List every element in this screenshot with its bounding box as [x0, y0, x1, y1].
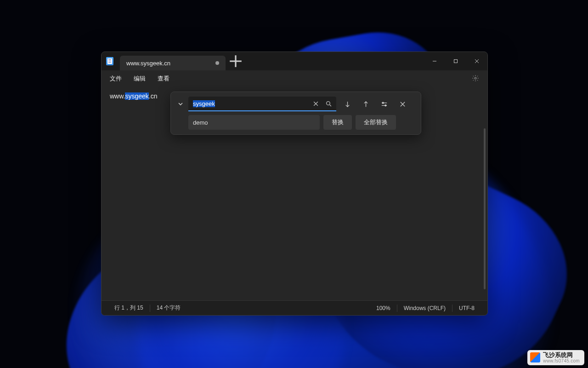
- svg-point-3: [382, 102, 384, 104]
- status-cursor: 行 1，列 15: [108, 304, 150, 312]
- find-replace-panel: 替换 全部替换: [170, 92, 421, 135]
- search-highlight: sysgeek: [125, 92, 148, 100]
- menu-edit[interactable]: 编辑: [134, 75, 146, 83]
- find-options-button[interactable]: [377, 97, 391, 111]
- status-eol[interactable]: Windows (CRLF): [397, 305, 452, 311]
- notepad-window: www.sysgeek.cn 文件 编辑 查看 www.sysgeek.cn: [101, 52, 488, 316]
- status-char-count: 14 个字符: [150, 304, 187, 312]
- menu-file[interactable]: 文件: [110, 75, 122, 83]
- document-tab[interactable]: www.sysgeek.cn: [120, 56, 226, 70]
- tab-title: www.sysgeek.cn: [126, 60, 170, 67]
- site-watermark: 飞沙系统网 www.fs0745.com: [527, 350, 584, 365]
- find-next-button[interactable]: [340, 97, 355, 111]
- notepad-app-icon: [106, 57, 113, 65]
- text-editor[interactable]: www.sysgeek.cn: [102, 87, 487, 300]
- close-button[interactable]: [466, 52, 487, 70]
- status-bar: 行 1，列 15 14 个字符 100% Windows (CRLF) UTF-…: [102, 300, 487, 315]
- close-find-button[interactable]: [395, 97, 410, 111]
- collapse-toggle[interactable]: [176, 101, 185, 107]
- watermark-logo-icon: [530, 352, 540, 362]
- replace-input[interactable]: [193, 119, 315, 126]
- menu-bar: 文件 编辑 查看: [102, 70, 487, 87]
- replace-all-button[interactable]: 全部替换: [356, 115, 396, 130]
- menu-view[interactable]: 查看: [158, 75, 170, 83]
- svg-point-2: [326, 101, 330, 105]
- find-prev-button[interactable]: [358, 97, 373, 111]
- svg-rect-0: [454, 60, 458, 63]
- settings-button[interactable]: [472, 75, 479, 83]
- replace-button[interactable]: 替换: [323, 115, 352, 130]
- vertical-scrollbar[interactable]: [484, 128, 486, 289]
- svg-point-1: [475, 77, 476, 79]
- minimize-button[interactable]: [424, 52, 445, 70]
- find-input[interactable]: [193, 100, 308, 107]
- titlebar[interactable]: www.sysgeek.cn: [102, 52, 487, 70]
- watermark-title: 飞沙系统网: [543, 352, 580, 358]
- search-icon[interactable]: [323, 98, 334, 109]
- status-encoding[interactable]: UTF-8: [452, 305, 481, 311]
- maximize-button[interactable]: [445, 52, 466, 70]
- watermark-url: www.fs0745.com: [543, 358, 580, 363]
- unsaved-indicator-icon: [215, 61, 219, 65]
- svg-point-4: [384, 104, 386, 106]
- clear-find-button[interactable]: [311, 98, 321, 109]
- new-tab-button[interactable]: [228, 54, 243, 69]
- replace-field-wrapper[interactable]: [188, 115, 320, 130]
- find-field-wrapper[interactable]: [188, 97, 336, 111]
- status-zoom[interactable]: 100%: [370, 305, 397, 311]
